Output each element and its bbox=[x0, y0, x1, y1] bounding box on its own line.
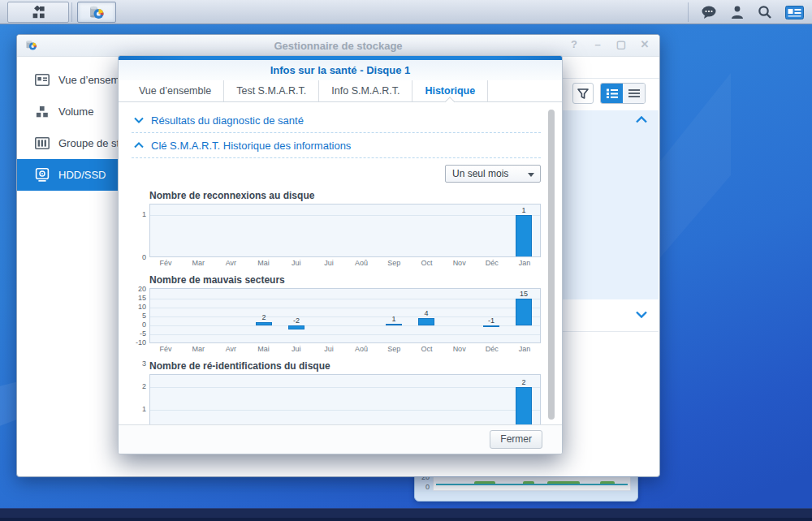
x-tick-label: Sep bbox=[378, 259, 410, 267]
chart-reconnections: Nombre de reconnexions au disque110FévMa… bbox=[132, 190, 541, 267]
storage-manager-icon bbox=[25, 39, 37, 51]
view-mode-group bbox=[600, 83, 646, 104]
period-select[interactable]: Un seul mois bbox=[445, 165, 541, 183]
bar-value-label: 2 bbox=[261, 313, 266, 321]
widget-line-bump bbox=[547, 481, 580, 484]
wallpaper-bottom-edge bbox=[0, 518, 812, 521]
bar bbox=[288, 325, 304, 329]
x-tick-label: Avr bbox=[214, 345, 247, 353]
scrollbar-thumb[interactable] bbox=[548, 110, 555, 420]
x-tick-label: Déc bbox=[476, 259, 508, 267]
bar bbox=[256, 322, 272, 325]
dialog-tabs: Vue d’ensemble Test S.M.A.R.T. Info S.M.… bbox=[119, 80, 562, 102]
chevron-down-icon bbox=[134, 117, 144, 123]
y-tick-label: 20 bbox=[132, 285, 146, 293]
storage-manager-taskbar-button[interactable] bbox=[77, 2, 116, 23]
x-tick-label: Mar bbox=[182, 259, 214, 267]
view-toolbar bbox=[572, 83, 646, 104]
volume-cubes-icon bbox=[35, 105, 50, 118]
x-tick-label: Déc bbox=[476, 345, 508, 353]
x-tick-label: Aoû bbox=[345, 259, 378, 267]
tab-smart-info[interactable]: Info S.M.A.R.T. bbox=[319, 80, 412, 101]
section-label: Clé S.M.A.R.T. Historique des informatio… bbox=[151, 140, 351, 152]
maximize-button[interactable]: ▢ bbox=[615, 38, 628, 51]
desktop-screen: 20 0 Gestionnaire de stockage bbox=[0, 0, 812, 521]
bar-value-label: 2 bbox=[521, 378, 525, 386]
window-titlebar[interactable]: Gestionnaire de stockage bbox=[17, 35, 659, 57]
user-icon[interactable] bbox=[730, 5, 745, 19]
x-tick-label: Mai bbox=[248, 259, 280, 267]
dialog-header[interactable]: Infos sur la santé - Disque 1 bbox=[119, 60, 562, 80]
bar-value-label: -2 bbox=[293, 316, 300, 325]
y-tick-label: -5 bbox=[132, 329, 146, 338]
x-tick-label: Avr bbox=[214, 259, 247, 267]
y-tick-label: -10 bbox=[132, 338, 146, 347]
x-tick-label: Nov bbox=[443, 345, 476, 353]
tab-smart-test[interactable]: Test S.M.A.R.T. bbox=[224, 80, 319, 101]
x-tick-label: Jui bbox=[280, 345, 313, 353]
dialog-scrollbar[interactable] bbox=[548, 110, 555, 421]
y-tick-label: 15 bbox=[132, 294, 146, 302]
gridline bbox=[150, 387, 540, 388]
period-select-value: Un seul mois bbox=[452, 168, 508, 179]
collapse-panel-chevron-icon[interactable] bbox=[636, 116, 647, 123]
bar bbox=[386, 324, 402, 325]
x-tick-label: Fév bbox=[149, 259, 182, 267]
search-icon[interactable] bbox=[758, 5, 772, 19]
gridline bbox=[150, 215, 540, 216]
x-tick-label: Nov bbox=[443, 259, 476, 267]
bar-value-label: 4 bbox=[424, 309, 428, 317]
widget-line-bump bbox=[523, 481, 534, 484]
section-smart-history[interactable]: Clé S.M.A.R.T. Historique des informatio… bbox=[132, 133, 541, 158]
storage-manager-icon bbox=[89, 4, 105, 20]
filter-button[interactable] bbox=[572, 83, 594, 104]
y-tick-label: 2 bbox=[132, 382, 146, 390]
chart-title: Nombre de reconnexions au disque bbox=[149, 190, 541, 201]
x-tick-label: Oct bbox=[410, 259, 443, 267]
window-title: Gestionnaire de stockage bbox=[17, 40, 659, 52]
main-menu-button[interactable] bbox=[7, 2, 69, 23]
list-view-button[interactable] bbox=[601, 84, 623, 103]
gridline bbox=[150, 334, 540, 335]
x-tick-label: Oct bbox=[410, 345, 443, 353]
close-dialog-button[interactable]: Fermer bbox=[490, 430, 542, 449]
help-button[interactable]: ? bbox=[568, 38, 581, 51]
x-tick-label: Jan bbox=[508, 345, 541, 353]
bar bbox=[516, 215, 532, 257]
section-health-results[interactable]: Résultats du diagnostic de santé bbox=[132, 108, 541, 133]
detail-view-button[interactable] bbox=[623, 84, 645, 103]
bar-value-label: 1 bbox=[521, 206, 525, 214]
dialog-footer: Fermer bbox=[119, 424, 562, 454]
window-controls: ? – ▢ ✕ bbox=[568, 38, 651, 51]
list-view-icon bbox=[607, 88, 618, 98]
gridline bbox=[150, 325, 540, 326]
chart-bad-sectors: Nombre de mauvais secteurs2-214-11520151… bbox=[132, 274, 541, 353]
chevron-down-icon bbox=[528, 173, 534, 177]
chart-plot: 2-214-115 bbox=[149, 288, 541, 343]
hamburger-icon bbox=[628, 88, 640, 98]
tab-overview[interactable]: Vue d’ensemble bbox=[127, 80, 224, 101]
tab-history[interactable]: Historique bbox=[412, 80, 488, 101]
widgets-icon[interactable] bbox=[785, 6, 804, 19]
x-tick-label: Sep bbox=[378, 345, 410, 353]
y-tick-label: 0 bbox=[132, 321, 146, 329]
x-tick-label: Mar bbox=[182, 345, 214, 353]
y-tick-label: 1 bbox=[132, 405, 146, 413]
close-button[interactable]: ✕ bbox=[638, 38, 651, 51]
x-axis-labels: FévMarAvrMaiJuiJuiAoûSepOctNovDécJan bbox=[149, 259, 541, 267]
bar bbox=[483, 325, 499, 327]
expand-panel-chevron-icon[interactable] bbox=[636, 311, 647, 318]
taskbar bbox=[0, 0, 812, 24]
taskbar-tray bbox=[701, 0, 804, 24]
notifications-icon[interactable] bbox=[701, 5, 717, 19]
y-tick-label: 1 bbox=[132, 210, 146, 218]
minimize-button[interactable]: – bbox=[591, 38, 604, 51]
x-tick-label: Mai bbox=[248, 345, 280, 353]
main-menu-icon bbox=[32, 6, 45, 19]
chart-reidentifications: Nombre de ré-identifications du disque23… bbox=[132, 360, 541, 424]
x-tick-label: Jan bbox=[508, 259, 541, 267]
disk-icon bbox=[35, 168, 50, 182]
gridline bbox=[150, 316, 540, 317]
widget-line-bump bbox=[600, 481, 615, 484]
dialog-body: Résultats du diagnostic de santé Clé S.M… bbox=[119, 103, 562, 424]
